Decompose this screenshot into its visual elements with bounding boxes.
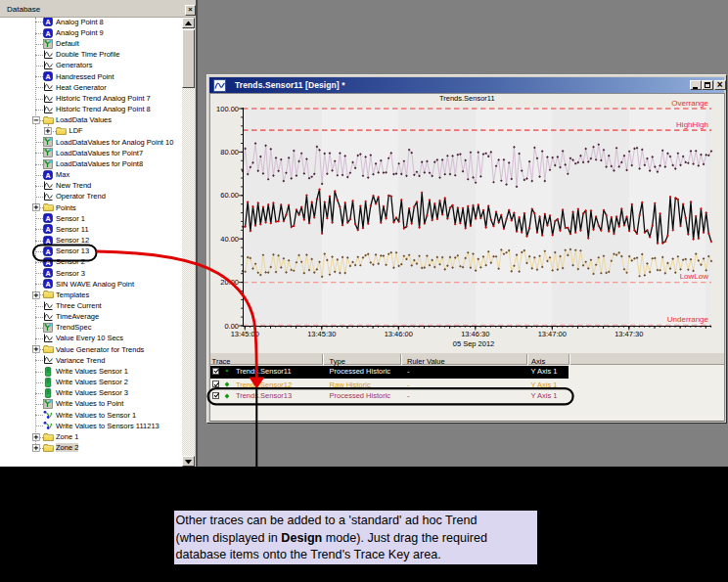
svg-text:13:46:00: 13:46:00 bbox=[385, 330, 413, 338]
svg-text:A: A bbox=[45, 236, 50, 245]
svg-text:60.00: 60.00 bbox=[220, 191, 239, 200]
svg-text:A: A bbox=[45, 225, 50, 234]
svg-text:20.00: 20.00 bbox=[220, 278, 239, 287]
svg-text:13:46:30: 13:46:30 bbox=[461, 330, 489, 338]
svg-text:A: A bbox=[45, 72, 50, 81]
svg-text:Trends.Sensor11: Trends.Sensor11 bbox=[439, 94, 495, 103]
svg-text:A: A bbox=[45, 269, 50, 278]
svg-text:100.00: 100.00 bbox=[216, 105, 239, 113]
svg-text:A: A bbox=[45, 28, 50, 37]
svg-text:Overrange: Overrange bbox=[671, 99, 708, 108]
svg-text:A: A bbox=[45, 18, 50, 26]
svg-text:05 Sep 2012: 05 Sep 2012 bbox=[453, 339, 495, 348]
svg-text:A: A bbox=[45, 170, 50, 179]
svg-text:A: A bbox=[45, 280, 50, 289]
svg-text:13:47:00: 13:47:00 bbox=[538, 330, 567, 338]
svg-text:LowLow: LowLow bbox=[680, 272, 709, 281]
svg-text:A: A bbox=[45, 257, 50, 266]
svg-text:A: A bbox=[45, 246, 50, 255]
svg-text:HighHigh: HighHigh bbox=[676, 120, 708, 129]
svg-text:13:45:30: 13:45:30 bbox=[307, 330, 336, 338]
svg-text:13:47:30: 13:47:30 bbox=[614, 330, 643, 338]
svg-text:13:45:00: 13:45:00 bbox=[231, 330, 259, 338]
svg-text:A: A bbox=[45, 214, 50, 223]
svg-text:40.00: 40.00 bbox=[220, 235, 239, 244]
svg-text:Underrange: Underrange bbox=[667, 315, 709, 324]
svg-text:80.00: 80.00 bbox=[220, 148, 239, 157]
